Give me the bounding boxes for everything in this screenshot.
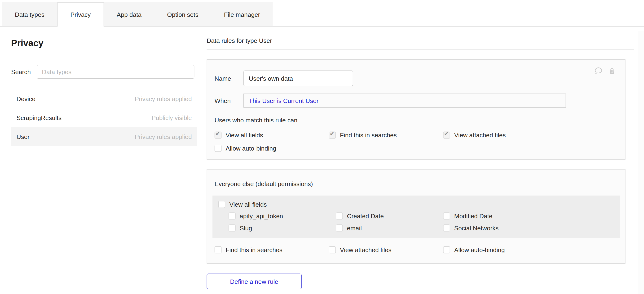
search-row: Search [11, 65, 197, 79]
checkbox-label: Social Networks [454, 224, 499, 231]
rule-perm-allow-auto-binding[interactable]: Allow auto-binding [214, 145, 329, 152]
default-perm-view-all-fields[interactable]: View all fields [218, 201, 614, 208]
checkbox[interactable] [218, 201, 225, 208]
checkbox-label: apify_api_token [240, 213, 283, 220]
permissions-intro: Users who match this rule can... [214, 117, 618, 124]
view-all-fields-slot: View all fields [218, 201, 614, 208]
data-type-status: Privacy rules applied [134, 95, 192, 102]
divider [11, 55, 197, 55]
tab-option-sets[interactable]: Option sets [154, 2, 211, 26]
checkbox-label: Allow auto-binding [226, 145, 276, 152]
checkbox-label: Find this in searches [226, 246, 282, 253]
privacy-sidebar: Privacy Search DevicePrivacy rules appli… [0, 27, 197, 146]
default-perm-allow-auto-binding[interactable]: Allow auto-binding [443, 246, 618, 253]
content-area: Privacy Search DevicePrivacy rules appli… [0, 27, 644, 289]
scrollbar[interactable] [638, 31, 644, 294]
privacy-main-panel: Data rules for type User [207, 27, 634, 289]
rule-permissions-grid: View all fieldsFind this in searchesView… [214, 132, 618, 152]
checkbox[interactable] [214, 246, 222, 253]
tab-privacy[interactable]: Privacy [57, 2, 104, 27]
search-label: Search [11, 68, 31, 75]
fields-grid: apify_api_tokenCreated DateModified Date… [228, 213, 614, 231]
rule-card: Name When This User is Current User User… [207, 59, 626, 160]
checkbox[interactable] [443, 132, 450, 139]
rule-perm-view-all-fields[interactable]: View all fields [214, 132, 329, 139]
when-condition-box[interactable]: This User is Current User [244, 94, 566, 108]
default-perm-find-this-in-searches[interactable]: Find this in searches [214, 246, 329, 253]
name-label: Name [214, 75, 244, 82]
field-email[interactable]: email [336, 224, 443, 231]
when-row: When This User is Current User [214, 94, 618, 108]
checkbox-label: View all fields [226, 132, 263, 139]
search-input[interactable] [36, 65, 194, 79]
checkbox[interactable] [228, 213, 236, 220]
rule-card-actions [594, 66, 616, 75]
checkbox-label: View all fields [230, 201, 267, 208]
define-new-rule-button[interactable]: Define a new rule [207, 274, 302, 289]
data-type-status: Publicly visible [152, 114, 192, 121]
data-type-list: DevicePrivacy rules appliedScrapingResul… [11, 89, 197, 146]
checkbox[interactable] [336, 213, 343, 220]
checkbox-label: Find this in searches [340, 132, 397, 139]
checkbox-label: Created Date [347, 213, 384, 220]
checkbox-label: email [347, 224, 362, 231]
default-permissions-grid: Find this in searchesView attached files… [214, 246, 618, 253]
trash-icon[interactable] [608, 66, 616, 75]
checkbox-label: View attached files [454, 132, 506, 139]
checkbox[interactable] [329, 132, 336, 139]
data-type-name: ScrapingResults [16, 114, 62, 121]
checkbox[interactable] [443, 224, 450, 231]
checkbox-label: Modified Date [454, 213, 492, 220]
rule-perm-view-attached-files[interactable]: View attached files [443, 132, 618, 139]
app-window: Data typesPrivacyApp dataOption setsFile… [0, 2, 644, 294]
fields-section: View all fields apify_api_tokenCreated D… [212, 195, 620, 238]
checkbox[interactable] [329, 246, 336, 253]
data-type-name: Device [16, 95, 36, 102]
field-created-date[interactable]: Created Date [336, 213, 443, 220]
default-perm-view-attached-files[interactable]: View attached files [329, 246, 443, 253]
name-row: Name [214, 71, 618, 86]
when-label: When [214, 97, 244, 104]
field-social-networks[interactable]: Social Networks [443, 224, 614, 231]
divider [207, 50, 634, 50]
comment-icon[interactable] [594, 66, 603, 75]
list-item-scrapingresults[interactable]: ScrapingResultsPublicly visible [11, 108, 197, 127]
tab-app-data[interactable]: App data [104, 2, 154, 26]
list-item-user[interactable]: UserPrivacy rules applied [11, 127, 197, 146]
field-modified-date[interactable]: Modified Date [443, 213, 614, 220]
checkbox-label: View attached files [340, 246, 392, 253]
page-title: Privacy [11, 38, 197, 49]
tab-data-types[interactable]: Data types [2, 2, 57, 26]
field-slug[interactable]: Slug [228, 224, 336, 231]
default-permissions-title: Everyone else (default permissions) [214, 180, 618, 187]
default-permissions-card: Everyone else (default permissions) View… [207, 169, 626, 263]
checkbox[interactable] [214, 132, 222, 139]
tab-file-manager[interactable]: File manager [211, 2, 273, 26]
checkbox[interactable] [443, 246, 450, 253]
rule-perm-find-this-in-searches[interactable]: Find this in searches [329, 132, 443, 139]
list-item-device[interactable]: DevicePrivacy rules applied [11, 89, 197, 108]
field-apify-api-token[interactable]: apify_api_token [228, 213, 336, 220]
rule-name-input[interactable] [244, 71, 353, 86]
tab-bar: Data typesPrivacyApp dataOption setsFile… [0, 2, 644, 27]
checkbox-label: Slug [240, 224, 252, 231]
checkbox[interactable] [228, 224, 236, 231]
checkbox[interactable] [443, 213, 450, 220]
data-rules-header: Data rules for type User [207, 37, 634, 44]
checkbox[interactable] [214, 145, 222, 152]
data-type-status: Privacy rules applied [134, 133, 192, 140]
checkbox-label: Allow auto-binding [454, 246, 505, 253]
checkbox[interactable] [336, 224, 343, 231]
data-type-name: User [16, 133, 30, 140]
when-condition-text: This User is Current User [249, 97, 318, 104]
